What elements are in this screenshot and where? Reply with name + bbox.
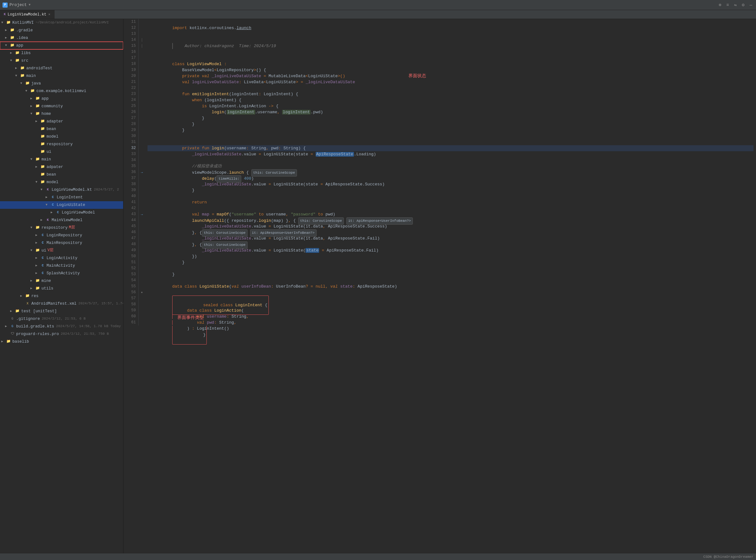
bean-main-icon: 📁 (40, 173, 45, 177)
loginviewmodel-cls-icon: C (55, 211, 61, 215)
model-home-label: model (46, 134, 59, 140)
code-line-22: fun emitloginIntent(loginIntent: LoginIn… (148, 85, 754, 91)
sidebar-item-ui-main[interactable]: ▼ 📁 ui V层 (0, 247, 123, 254)
ui-main-icon: 📁 (35, 248, 40, 253)
sidebar-item-java[interactable]: ▼ 📁 java (0, 80, 123, 87)
sidebar-item-baselib[interactable]: ▶ 📁 baselib (0, 338, 123, 345)
sidebar-item-res[interactable]: ▶ 📁 res (0, 292, 123, 300)
code-line-53 (148, 272, 754, 278)
ln-16: 16 (123, 49, 136, 55)
sidebar-item-app-pkg[interactable]: ▶ 📁 app (0, 95, 123, 102)
sidebar-item-mainrespository[interactable]: ▶ C MainRespository (0, 239, 123, 247)
main-arrow: ▼ (15, 74, 20, 78)
buildgradle-icon: G (9, 324, 15, 329)
sidebar-item-gitignore[interactable]: G .gitignore 2024/2/12, 21:53, 6 B (0, 315, 123, 323)
sidebar-item-package[interactable]: ▼ 📁 com.example.kotlinmvi (0, 87, 123, 95)
sidebar-item-model-main[interactable]: ▼ 📁 model (0, 178, 123, 186)
code-line-34: //模拟登录成功 (148, 157, 754, 163)
code-line-54: data class LoginUiState(val userInfoBean… (148, 278, 754, 283)
gc-24 (139, 97, 145, 103)
adapter-arrow: ▶ (36, 119, 40, 124)
test-label: test [unitTest] (21, 308, 57, 315)
sidebar-item-main-pkg[interactable]: ▼ 📁 main (0, 156, 123, 163)
toolbar-btn-2[interactable]: ≡ (725, 2, 730, 8)
toolbar-btn-1[interactable]: ⊕ (717, 2, 722, 8)
ln-57: 57 (123, 296, 136, 301)
sidebar-item-mine[interactable]: ▶ 📁 mine (0, 277, 123, 285)
libs-label: libs (21, 50, 31, 56)
res-arrow: ▶ (20, 294, 25, 299)
sidebar-item-loginviewmodelkt[interactable]: ▼ K LoginViewModel.kt 2024/5/27, 2 (0, 186, 123, 194)
sidebar-item-main[interactable]: ▼ 📁 main (0, 72, 123, 80)
main-label: main (26, 73, 36, 79)
sidebar-item-home[interactable]: ▼ 📁 home (0, 110, 123, 118)
sidebar-item-mainactivity[interactable]: ▶ C MainActivity (0, 262, 123, 269)
code-lines[interactable]: import kotlinx.coroutines.launch Author:… (145, 19, 756, 325)
sidebar-item-community[interactable]: ▶ 📁 community (0, 102, 123, 110)
editor-area[interactable]: 11 12 13 14 15 16 17 18 19 20 21 22 23 2… (123, 19, 756, 553)
sidebar-item-loginintent[interactable]: ▶ C LoginIntent (0, 194, 123, 201)
gc-18 (139, 61, 145, 67)
buildgradle-label: build.gradle.kts (16, 323, 54, 330)
line-numbers: 11 12 13 14 15 16 17 18 19 20 21 22 23 2… (123, 19, 139, 325)
title-bar-dropdown-icon[interactable]: ▼ (29, 3, 31, 7)
adapter-label: adapter (46, 118, 63, 125)
mainrespository-arrow: ▶ (36, 240, 40, 245)
toolbar-btn-close[interactable]: — (749, 2, 754, 8)
gc-55 (139, 283, 145, 289)
sidebar-item-model-home[interactable]: 📁 model (0, 133, 123, 140)
mainactivity-icon: C (40, 263, 45, 268)
ln-23: 23 (123, 91, 136, 97)
sidebar-item-src[interactable]: ▼ 📁 src (0, 57, 123, 64)
gc-58 (139, 301, 145, 307)
bean-home-icon: 📁 (40, 127, 45, 131)
code-container: 11 12 13 14 15 16 17 18 19 20 21 22 23 2… (123, 19, 756, 325)
gc-43: → (139, 211, 145, 217)
gc-11 (139, 19, 145, 25)
sidebar-item-loginviewmodel-cls[interactable]: ▶ C LoginViewModel (0, 209, 123, 216)
sidebar-item-bean-home[interactable]: 📁 bean (0, 125, 123, 133)
sidebar-item-androidmanifest[interactable]: X AndroidManifest.xml 2024/5/27, 15:57, … (0, 300, 123, 307)
proguard-icon: 🛡 (9, 332, 15, 336)
sidebar-item-idea[interactable]: ▶ 📁 .idea (0, 34, 123, 42)
code-line-35: viewModelScope.launch { this: CoroutineS… (148, 163, 754, 169)
sidebar-item-adapter[interactable]: ▶ 📁 adapter (0, 118, 123, 125)
sidebar-item-buildgradle[interactable]: ▶ G build.gradle.kts 2024/5/27, 14:58, 1… (0, 323, 123, 330)
sidebar-item-adpater[interactable]: ▶ 📁 adpater (0, 163, 123, 171)
tab-close-icon[interactable]: × (48, 13, 50, 17)
sidebar-item-respository-home[interactable]: 📁 respository (0, 140, 123, 148)
sidebar-item-utils[interactable]: ▶ 📁 utils (0, 285, 123, 292)
sidebar-item-loginuistate[interactable]: ▼ C LoginUiState (0, 201, 123, 209)
toolbar-btn-settings[interactable]: ⚙ (740, 2, 745, 8)
sidebar-item-respository-main[interactable]: ▼ 📁 respository M层 (0, 224, 123, 232)
sidebar-item-libs[interactable]: ▶ 📁 libs (0, 49, 123, 57)
ui-main-arrow: ▼ (31, 248, 35, 253)
sidebar-item-ui-home[interactable]: 📁 ui (0, 148, 123, 156)
tab-loginviewmodel[interactable]: K LoginViewModel.kt × (0, 10, 55, 19)
app-pkg-label: app (41, 96, 49, 102)
sidebar-item-splashactivity[interactable]: ▶ C SplashActivity (0, 269, 123, 277)
gc-61 (139, 320, 145, 325)
gc-35 (139, 163, 145, 169)
code-line-17: class LoginViewModel : (148, 55, 754, 61)
sidebar-item-loginactivity[interactable]: ▶ C LoginActivity (0, 254, 123, 262)
ln-47: 47 (123, 235, 136, 241)
sidebar-item-gradle[interactable]: ▶ 📁 .gradle (0, 26, 123, 34)
sidebar-item-app[interactable]: ▼ 📁 app (0, 42, 123, 49)
sidebar-root[interactable]: ▼ 📁 KotlinMVI ~/Desktop/android_project/… (0, 19, 123, 26)
libs-arrow: ▶ (10, 51, 15, 56)
sidebar-item-androidtest[interactable]: ▶ 📁 androidTest (0, 64, 123, 72)
sidebar-item-test[interactable]: ▶ 📁 test [unitTest] (0, 307, 123, 315)
sidebar-item-bean-main[interactable]: 📁 bean (0, 171, 123, 178)
baselib-icon: 📁 (6, 339, 12, 344)
ln-48: 48 (123, 241, 136, 247)
loginrepository-arrow: ▶ (36, 233, 40, 238)
sidebar-item-mainviewmodel[interactable]: ▶ K MainViewModel (0, 216, 123, 224)
ln-29: 29 (123, 127, 136, 133)
gc-16 (139, 49, 145, 55)
mainactivity-arrow: ▶ (36, 263, 40, 268)
toolbar-btn-3[interactable]: ⇋ (733, 2, 738, 8)
sidebar-item-proguard[interactable]: 🛡 proguard-rules.pro 2024/2/12, 21:53, 7… (0, 330, 123, 338)
gc-20 (139, 73, 145, 79)
sidebar-item-loginrepository[interactable]: ▶ C LoginRepository (0, 232, 123, 239)
